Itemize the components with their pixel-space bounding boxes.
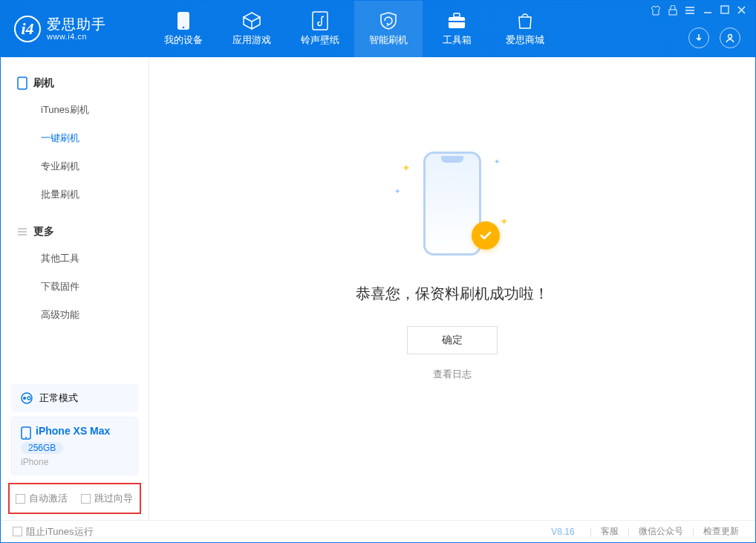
sidebar-item-advanced[interactable]: 高级功能 — [1, 301, 149, 329]
toolbox-icon — [447, 11, 466, 30]
section-title: 刷机 — [33, 77, 54, 90]
svg-point-1 — [183, 27, 185, 29]
svg-point-14 — [25, 437, 27, 438]
lock-icon[interactable] — [668, 5, 677, 16]
logo-area: i4 爱思助手 www.i4.cn — [1, 16, 149, 42]
refresh-shield-icon — [379, 11, 398, 30]
view-log-link[interactable]: 查看日志 — [433, 368, 472, 381]
success-illustration: ✦ ✦ ✦ ✦ — [400, 152, 504, 263]
svg-point-11 — [23, 397, 26, 400]
sidebar-section-flash: 刷机 — [1, 71, 149, 96]
checkbox-label: 阻止iTunes运行 — [26, 525, 94, 539]
mode-label: 正常模式 — [39, 391, 78, 405]
sidebar-item-other-tools[interactable]: 其他工具 — [1, 244, 149, 273]
header-action-circles — [688, 27, 740, 48]
download-button[interactable] — [688, 27, 709, 48]
shirt-icon[interactable] — [651, 5, 661, 16]
sidebar: 刷机 iTunes刷机 一键刷机 专业刷机 批量刷机 更多 其他工具 下载固件 … — [1, 57, 149, 520]
checkbox-box-icon — [81, 494, 91, 504]
device-icon — [17, 77, 27, 90]
tab-smart-flash[interactable]: 智能刷机 — [354, 1, 423, 57]
main-content: ✦ ✦ ✦ ✦ 恭喜您，保资料刷机成功啦！ 确定 查看日志 — [149, 57, 755, 520]
tab-label: 爱思商城 — [506, 33, 544, 47]
device-card[interactable]: iPhone XS Max 256GB iPhone — [11, 417, 138, 475]
minimize-icon[interactable] — [703, 5, 713, 16]
shopping-bag-icon — [515, 11, 535, 30]
support-link[interactable]: 客服 — [596, 525, 623, 538]
tab-label: 铃声壁纸 — [301, 33, 339, 47]
sparkle-icon: ✦ — [500, 215, 509, 227]
ok-button[interactable]: 确定 — [407, 326, 498, 354]
checkbox-auto-activate[interactable]: 自动激活 — [16, 492, 68, 505]
logo-text: 爱思助手 www.i4.cn — [47, 17, 106, 42]
maximize-icon[interactable] — [720, 5, 729, 16]
app-logo-icon: i4 — [14, 16, 41, 42]
checkbox-box-icon — [16, 494, 25, 504]
svg-rect-6 — [669, 10, 677, 15]
device-subtitle: iPhone — [21, 457, 128, 467]
app-url: www.i4.cn — [47, 32, 106, 41]
cube-icon — [242, 11, 261, 30]
nav-tabs: 我的设备 应用游戏 铃声壁纸 智能刷机 工具箱 — [149, 1, 559, 57]
sidebar-bottom: 正常模式 iPhone XS Max 256GB iPhone 自动激活 跳过向… — [1, 380, 149, 520]
phone-notch — [441, 156, 463, 163]
tab-toolbox[interactable]: 工具箱 — [423, 1, 491, 57]
checkbox-skip-guide[interactable]: 跳过向导 — [81, 492, 133, 505]
svg-rect-2 — [313, 12, 328, 30]
music-file-icon — [310, 11, 330, 30]
tab-my-device[interactable]: 我的设备 — [149, 1, 218, 57]
sidebar-item-oneclick-flash[interactable]: 一键刷机 — [1, 124, 149, 152]
svg-rect-5 — [449, 21, 465, 22]
phone-icon — [174, 11, 193, 30]
checkbox-box-icon — [13, 527, 22, 536]
more-icon — [17, 227, 27, 237]
wechat-link[interactable]: 微信公众号 — [634, 525, 688, 538]
sidebar-item-pro-flash[interactable]: 专业刷机 — [1, 152, 149, 181]
device-small-icon — [21, 426, 31, 440]
sparkle-icon: ✦ — [394, 187, 400, 195]
app-header: i4 爱思助手 www.i4.cn 我的设备 应用游戏 铃声壁纸 — [1, 1, 755, 57]
svg-point-8 — [729, 35, 732, 39]
svg-rect-9 — [18, 77, 27, 89]
checkbox-block-itunes[interactable]: 阻止iTunes运行 — [13, 525, 94, 539]
check-update-link[interactable]: 检查更新 — [699, 525, 743, 538]
tab-label: 应用游戏 — [232, 33, 271, 47]
user-button[interactable] — [720, 27, 740, 48]
svg-rect-4 — [454, 13, 460, 17]
sparkle-icon: ✦ — [494, 157, 500, 166]
tab-label: 我的设备 — [164, 33, 203, 47]
tab-label: 智能刷机 — [369, 33, 408, 47]
menu-icon[interactable] — [685, 5, 695, 16]
section-title: 更多 — [33, 225, 54, 238]
svg-rect-3 — [449, 17, 465, 28]
svg-rect-7 — [721, 6, 729, 13]
sidebar-section-more: 更多 — [1, 219, 149, 244]
sidebar-item-download-firmware[interactable]: 下载固件 — [1, 273, 149, 301]
device-capacity: 256GB — [21, 442, 63, 454]
tab-store[interactable]: 爱思商城 — [491, 1, 559, 57]
sparkle-icon: ✦ — [402, 162, 411, 174]
window-controls-row — [651, 5, 746, 16]
highlighted-checkbox-row: 自动激活 跳过向导 — [8, 483, 141, 514]
footer-right: V8.16 | 客服 | 微信公众号 | 检查更新 — [551, 525, 743, 538]
svg-point-12 — [27, 397, 30, 400]
sidebar-item-batch-flash[interactable]: 批量刷机 — [1, 181, 149, 209]
body-area: 刷机 iTunes刷机 一键刷机 专业刷机 批量刷机 更多 其他工具 下载固件 … — [1, 57, 755, 520]
app-name: 爱思助手 — [47, 17, 106, 33]
sidebar-item-itunes-flash[interactable]: iTunes刷机 — [1, 96, 149, 124]
footer: 阻止iTunes运行 V8.16 | 客服 | 微信公众号 | 检查更新 — [1, 520, 755, 542]
tab-label: 工具箱 — [443, 33, 472, 47]
close-icon[interactable] — [737, 5, 746, 16]
tab-apps-games[interactable]: 应用游戏 — [218, 1, 286, 57]
device-name: iPhone XS Max — [36, 425, 110, 437]
checkbox-label: 跳过向导 — [94, 492, 133, 505]
tab-ringtone-wallpaper[interactable]: 铃声壁纸 — [286, 1, 354, 57]
success-message: 恭喜您，保资料刷机成功啦！ — [356, 284, 549, 304]
mode-icon — [20, 391, 33, 405]
version-label: V8.16 — [551, 527, 574, 537]
mode-card[interactable]: 正常模式 — [11, 384, 138, 412]
check-badge-icon — [472, 221, 500, 250]
checkbox-label: 自动激活 — [29, 492, 68, 505]
